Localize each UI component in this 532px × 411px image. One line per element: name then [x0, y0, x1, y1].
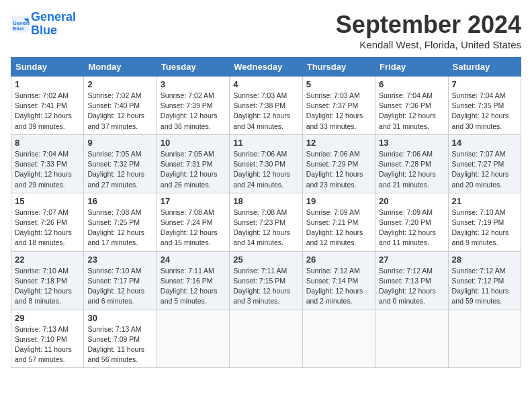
day-info: Sunrise: 7:08 AMSunset: 7:24 PMDaylight:…	[161, 208, 226, 248]
svg-text:Blue: Blue	[13, 26, 24, 32]
day-info: Sunrise: 7:13 AMSunset: 7:10 PMDaylight:…	[15, 324, 80, 365]
day-number: 21	[452, 196, 517, 206]
day-info: Sunrise: 7:03 AMSunset: 7:37 PMDaylight:…	[306, 91, 371, 132]
day-number: 4	[233, 79, 298, 89]
day-number: 29	[15, 313, 80, 323]
day-info: Sunrise: 7:10 AMSunset: 7:17 PMDaylight:…	[87, 266, 152, 307]
calendar-cell	[302, 310, 375, 368]
day-number: 24	[161, 255, 226, 265]
day-info: Sunrise: 7:10 AMSunset: 7:18 PMDaylight:…	[15, 266, 80, 307]
calendar-cell: 11Sunrise: 7:06 AMSunset: 7:30 PMDayligh…	[230, 134, 302, 193]
day-info: Sunrise: 7:12 AMSunset: 7:14 PMDaylight:…	[306, 266, 371, 307]
day-number: 9	[87, 138, 152, 148]
day-info: Sunrise: 7:02 AMSunset: 7:39 PMDaylight:…	[161, 91, 226, 132]
day-number: 11	[233, 138, 298, 148]
day-info: Sunrise: 7:09 AMSunset: 7:21 PMDaylight:…	[306, 208, 371, 248]
day-number: 17	[161, 196, 226, 206]
calendar-cell: 30Sunrise: 7:13 AMSunset: 7:09 PMDayligh…	[84, 310, 157, 368]
day-number: 3	[161, 79, 226, 89]
day-info: Sunrise: 7:04 AMSunset: 7:36 PMDaylight:…	[379, 91, 444, 132]
col-header-tuesday: Tuesday	[157, 58, 229, 77]
day-info: Sunrise: 7:05 AMSunset: 7:31 PMDaylight:…	[161, 149, 226, 190]
day-number: 25	[233, 255, 298, 265]
day-info: Sunrise: 7:07 AMSunset: 7:26 PMDaylight:…	[15, 208, 80, 248]
calendar-cell	[375, 310, 448, 368]
day-number: 8	[15, 138, 80, 148]
month-title: September 2024	[336, 11, 521, 39]
day-number: 10	[161, 138, 226, 148]
day-info: Sunrise: 7:04 AMSunset: 7:33 PMDaylight:…	[15, 149, 80, 190]
calendar-cell: 22Sunrise: 7:10 AMSunset: 7:18 PMDayligh…	[11, 251, 84, 310]
col-header-saturday: Saturday	[448, 58, 521, 77]
day-info: Sunrise: 7:02 AMSunset: 7:41 PMDaylight:…	[15, 91, 80, 132]
day-info: Sunrise: 7:02 AMSunset: 7:40 PMDaylight:…	[87, 91, 152, 132]
calendar-cell: 14Sunrise: 7:07 AMSunset: 7:27 PMDayligh…	[448, 134, 521, 193]
col-header-sunday: Sunday	[11, 58, 84, 77]
day-number: 16	[87, 196, 152, 206]
day-number: 12	[306, 138, 371, 148]
day-number: 23	[87, 255, 152, 265]
day-number: 27	[379, 255, 444, 265]
logo: General Blue GeneralBlue	[11, 11, 76, 38]
calendar-cell: 18Sunrise: 7:08 AMSunset: 7:23 PMDayligh…	[230, 193, 302, 251]
header: General Blue GeneralBlue September 2024 …	[11, 11, 521, 50]
day-number: 26	[306, 255, 371, 265]
day-info: Sunrise: 7:13 AMSunset: 7:09 PMDaylight:…	[87, 324, 152, 365]
calendar-cell: 9Sunrise: 7:05 AMSunset: 7:32 PMDaylight…	[84, 134, 157, 193]
location-title: Kendall West, Florida, United States	[336, 39, 521, 50]
calendar-cell: 8Sunrise: 7:04 AMSunset: 7:33 PMDaylight…	[11, 134, 84, 193]
day-number: 6	[379, 79, 444, 89]
calendar-cell: 13Sunrise: 7:06 AMSunset: 7:28 PMDayligh…	[375, 134, 448, 193]
calendar-cell: 7Sunrise: 7:04 AMSunset: 7:35 PMDaylight…	[448, 77, 521, 135]
calendar-cell: 5Sunrise: 7:03 AMSunset: 7:37 PMDaylight…	[302, 77, 375, 135]
title-block: September 2024 Kendall West, Florida, Un…	[336, 11, 521, 50]
calendar-cell: 6Sunrise: 7:04 AMSunset: 7:36 PMDaylight…	[375, 77, 448, 135]
day-number: 15	[15, 196, 80, 206]
calendar-cell: 29Sunrise: 7:13 AMSunset: 7:10 PMDayligh…	[11, 310, 84, 368]
calendar-cell: 12Sunrise: 7:06 AMSunset: 7:29 PMDayligh…	[302, 134, 375, 193]
day-number: 19	[306, 196, 371, 206]
day-info: Sunrise: 7:12 AMSunset: 7:13 PMDaylight:…	[379, 266, 444, 307]
col-header-wednesday: Wednesday	[230, 58, 302, 77]
logo-text: GeneralBlue	[31, 11, 76, 38]
header-row: SundayMondayTuesdayWednesdayThursdayFrid…	[11, 58, 521, 77]
day-info: Sunrise: 7:03 AMSunset: 7:38 PMDaylight:…	[233, 91, 298, 132]
day-info: Sunrise: 7:06 AMSunset: 7:30 PMDaylight:…	[233, 149, 298, 190]
calendar-cell: 25Sunrise: 7:11 AMSunset: 7:15 PMDayligh…	[230, 251, 302, 310]
day-number: 20	[379, 196, 444, 206]
day-info: Sunrise: 7:11 AMSunset: 7:15 PMDaylight:…	[233, 266, 298, 307]
day-info: Sunrise: 7:07 AMSunset: 7:27 PMDaylight:…	[452, 149, 517, 190]
day-number: 13	[379, 138, 444, 148]
day-info: Sunrise: 7:08 AMSunset: 7:25 PMDaylight:…	[87, 208, 152, 248]
calendar-cell: 3Sunrise: 7:02 AMSunset: 7:39 PMDaylight…	[157, 77, 229, 135]
day-number: 14	[452, 138, 517, 148]
col-header-thursday: Thursday	[302, 58, 375, 77]
day-number: 7	[452, 79, 517, 89]
calendar-cell: 10Sunrise: 7:05 AMSunset: 7:31 PMDayligh…	[157, 134, 229, 193]
day-number: 22	[15, 255, 80, 265]
day-info: Sunrise: 7:08 AMSunset: 7:23 PMDaylight:…	[233, 208, 298, 248]
day-info: Sunrise: 7:10 AMSunset: 7:19 PMDaylight:…	[452, 208, 517, 248]
calendar-cell	[230, 310, 302, 368]
calendar-cell: 26Sunrise: 7:12 AMSunset: 7:14 PMDayligh…	[302, 251, 375, 310]
day-info: Sunrise: 7:06 AMSunset: 7:29 PMDaylight:…	[306, 149, 371, 190]
day-info: Sunrise: 7:11 AMSunset: 7:16 PMDaylight:…	[161, 266, 226, 307]
logo-icon: General Blue	[11, 15, 30, 34]
calendar-cell: 15Sunrise: 7:07 AMSunset: 7:26 PMDayligh…	[11, 193, 84, 251]
day-info: Sunrise: 7:09 AMSunset: 7:20 PMDaylight:…	[379, 208, 444, 248]
calendar-cell: 23Sunrise: 7:10 AMSunset: 7:17 PMDayligh…	[84, 251, 157, 310]
day-info: Sunrise: 7:12 AMSunset: 7:12 PMDaylight:…	[452, 266, 517, 307]
calendar-cell: 24Sunrise: 7:11 AMSunset: 7:16 PMDayligh…	[157, 251, 229, 310]
calendar-cell: 21Sunrise: 7:10 AMSunset: 7:19 PMDayligh…	[448, 193, 521, 251]
calendar-cell: 2Sunrise: 7:02 AMSunset: 7:40 PMDaylight…	[84, 77, 157, 135]
day-info: Sunrise: 7:06 AMSunset: 7:28 PMDaylight:…	[379, 149, 444, 190]
calendar-cell: 1Sunrise: 7:02 AMSunset: 7:41 PMDaylight…	[11, 77, 84, 135]
day-info: Sunrise: 7:04 AMSunset: 7:35 PMDaylight:…	[452, 91, 517, 132]
day-number: 18	[233, 196, 298, 206]
calendar-cell	[157, 310, 229, 368]
calendar-cell: 16Sunrise: 7:08 AMSunset: 7:25 PMDayligh…	[84, 193, 157, 251]
day-number: 5	[306, 79, 371, 89]
calendar-cell: 27Sunrise: 7:12 AMSunset: 7:13 PMDayligh…	[375, 251, 448, 310]
day-number: 2	[87, 79, 152, 89]
calendar-cell: 20Sunrise: 7:09 AMSunset: 7:20 PMDayligh…	[375, 193, 448, 251]
